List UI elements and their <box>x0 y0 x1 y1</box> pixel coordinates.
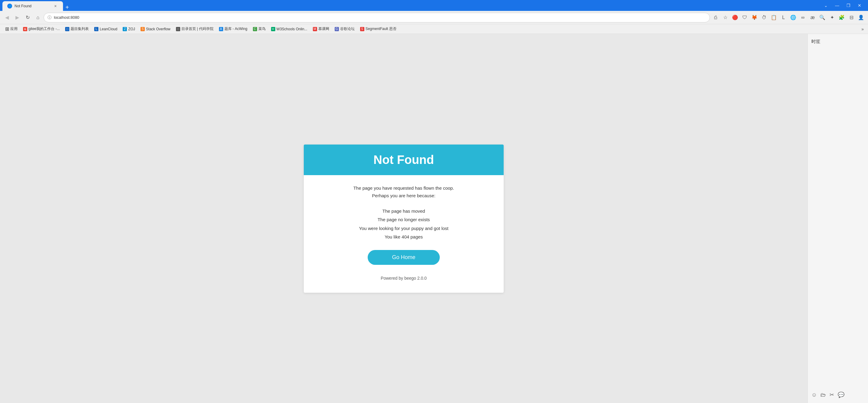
bookmark-so-label: Stack Overflow <box>146 27 170 31</box>
sidebar-spacer <box>811 48 864 392</box>
bookmark-w3[interactable]: W W3Schools Onlin... <box>269 26 310 32</box>
extension2-button[interactable]: 🛡 <box>740 13 749 22</box>
bookmark-leet-label: 题目集列表 <box>70 26 89 31</box>
bookmark-w3-label: W3Schools Onlin... <box>277 27 307 31</box>
content-area: Not Found The page you have requested ha… <box>0 34 868 403</box>
extension6-button[interactable]: L <box>779 13 788 22</box>
bookmark-leet[interactable]: □ 题目集列表 <box>63 25 91 33</box>
bookmark-mooc[interactable]: M 慕课网 <box>310 25 332 33</box>
chevron-button[interactable]: ⌄ <box>821 3 831 8</box>
bookmark-google-label: 谷歌论坛 <box>340 26 355 31</box>
bookmark-gitee-label: gitee我的工作台 -... <box>28 26 60 31</box>
bookmark-lean[interactable]: L LeanCloud <box>92 26 120 32</box>
card-reasons: The page has moved The page no longer ex… <box>316 207 492 241</box>
bookmark-sf[interactable]: S SegmentFault 思否 <box>358 25 399 33</box>
close-window-button[interactable]: ✕ <box>855 3 864 8</box>
home-button[interactable]: ⌂ <box>33 13 42 22</box>
description-line2: Perhaps you are here because: <box>372 193 435 198</box>
bookmark-zoj[interactable]: Z ZOJ <box>120 26 137 32</box>
gitee-favicon: G <box>23 27 27 31</box>
extension4-button[interactable]: ⏱ <box>760 13 769 22</box>
page-content: Not Found The page you have requested ha… <box>0 34 807 403</box>
sf-favicon: S <box>360 27 364 31</box>
so-favicon: S <box>141 27 145 31</box>
bookmark-apps-label: 应用 <box>10 26 18 31</box>
reason3: You were looking for your puppy and got … <box>316 224 492 233</box>
active-tab[interactable]: 🌐 Not Found × <box>2 1 63 11</box>
extension5-button[interactable]: 📋 <box>769 13 778 22</box>
acwing-favicon: A <box>219 27 223 31</box>
bookmark-apps[interactable]: ⊞ 应用 <box>2 25 20 33</box>
back-button[interactable]: ◀ <box>2 13 11 22</box>
chat-icon[interactable]: 💬 <box>838 392 844 398</box>
tab-favicon: 🌐 <box>7 4 12 8</box>
mooc-favicon: M <box>313 27 317 31</box>
go-home-button[interactable]: Go Home <box>368 250 439 265</box>
folder-icon[interactable]: 🗁 <box>820 392 826 398</box>
sidebar-icons: ☺ 🗁 ✂ 💬 <box>811 392 864 398</box>
zoj-favicon: Z <box>123 27 127 31</box>
window-controls: ⌄ — ❐ ✕ <box>821 3 866 8</box>
address-bar[interactable]: ⓘ localhost:8080 <box>43 13 710 22</box>
extension8-button[interactable]: ∞ <box>798 13 807 22</box>
cainiao-favicon: C <box>253 27 257 31</box>
emoji-icon[interactable]: ☺ <box>811 392 817 398</box>
card-header: Not Found <box>304 145 504 175</box>
bookmark-lean-label: LeanCloud <box>100 27 117 31</box>
tab-bar: 🌐 Not Found × + <box>2 0 821 11</box>
maximize-button[interactable]: ❐ <box>843 3 854 8</box>
leet-favicon: □ <box>65 27 69 31</box>
card-body: The page you have requested has flown th… <box>304 175 504 293</box>
extension10-button[interactable]: 🔍 <box>818 13 827 22</box>
address-text: localhost:8080 <box>54 15 706 20</box>
bookmark-so[interactable]: S Stack Overflow <box>138 26 173 32</box>
extension12-button[interactable]: 🧩 <box>837 13 846 22</box>
bookmark-sf-label: SegmentFault 思否 <box>366 26 397 31</box>
toolbar: ◀ ▶ ↻ ⌂ ⓘ localhost:8080 ⎙ ☆ 🔴 🛡 🦊 ⏱ 📋 L… <box>0 11 868 24</box>
tab-title: Not Found <box>14 4 50 8</box>
toolbar-actions: ⎙ ☆ 🔴 🛡 🦊 ⏱ 📋 L 🌐 ∞ æ 🔍 ✦ 🧩 ⊟ 👤 <box>711 13 866 22</box>
not-found-title: Not Found <box>316 153 492 167</box>
address-lock-icon: ⓘ <box>48 15 52 20</box>
bookmark-cainiaobird[interactable]: C 菜鸟 <box>250 25 268 33</box>
sidebar-toggle-button[interactable]: ⊟ <box>847 13 856 22</box>
reload-button[interactable]: ↻ <box>23 13 32 22</box>
reason4: You like 404 pages <box>316 233 492 241</box>
new-tab-button[interactable]: + <box>63 4 71 11</box>
w3-favicon: W <box>271 27 275 31</box>
not-found-card: Not Found The page you have requested ha… <box>304 145 504 293</box>
forward-button[interactable]: ▶ <box>13 13 22 22</box>
extension1-button[interactable]: 🔴 <box>731 13 740 22</box>
extension7-button[interactable]: 🌐 <box>789 13 798 22</box>
extension3-button[interactable]: 🦊 <box>750 13 759 22</box>
bookmark-code-label: 目录首页 | 代码学院 <box>181 26 214 31</box>
right-sidebar: 时笙 ☺ 🗁 ✂ 💬 <box>807 34 868 403</box>
profile-button[interactable]: 👤 <box>857 13 866 22</box>
extension9-button[interactable]: æ <box>808 13 817 22</box>
bookmarks-more-button[interactable]: » <box>860 25 866 33</box>
description-line1: The page you have requested has flown th… <box>353 185 454 191</box>
scissors-icon[interactable]: ✂ <box>830 392 834 398</box>
share-button[interactable]: ⎙ <box>711 13 720 22</box>
bookmark-zoj-label: ZOJ <box>128 27 135 31</box>
bookmark-google[interactable]: G 谷歌论坛 <box>332 25 357 33</box>
lean-favicon: L <box>94 27 98 31</box>
sidebar-title: 时笙 <box>811 39 864 45</box>
reason2: The page no longer exists <box>316 215 492 224</box>
reason1: The page has moved <box>316 207 492 216</box>
browser-window: 🌐 Not Found × + ⌄ — ❐ ✕ ◀ ▶ ↻ ⌂ ⓘ localh… <box>0 0 868 403</box>
bookmark-button[interactable]: ☆ <box>721 13 730 22</box>
bookmark-gitee[interactable]: G gitee我的工作台 -... <box>21 25 62 33</box>
bookmarks-bar: ⊞ 应用 G gitee我的工作台 -... □ 题目集列表 L LeanClo… <box>0 24 868 34</box>
bookmark-acwing[interactable]: A 题库 - AcWing <box>217 25 250 33</box>
apps-grid-icon: ⊞ <box>5 27 9 31</box>
code-favicon: □ <box>176 27 180 31</box>
title-bar: 🌐 Not Found × + ⌄ — ❐ ✕ <box>0 0 868 11</box>
bookmark-code[interactable]: □ 目录首页 | 代码学院 <box>174 25 216 33</box>
tab-close-button[interactable]: × <box>53 3 58 9</box>
bookmark-acwing-label: 题库 - AcWing <box>224 26 247 31</box>
minimize-button[interactable]: — <box>832 3 842 8</box>
bookmark-mooc-label: 慕课网 <box>318 26 329 31</box>
powered-by: Powered by beego 2.0.0 <box>316 276 492 281</box>
extension11-button[interactable]: ✦ <box>828 13 837 22</box>
